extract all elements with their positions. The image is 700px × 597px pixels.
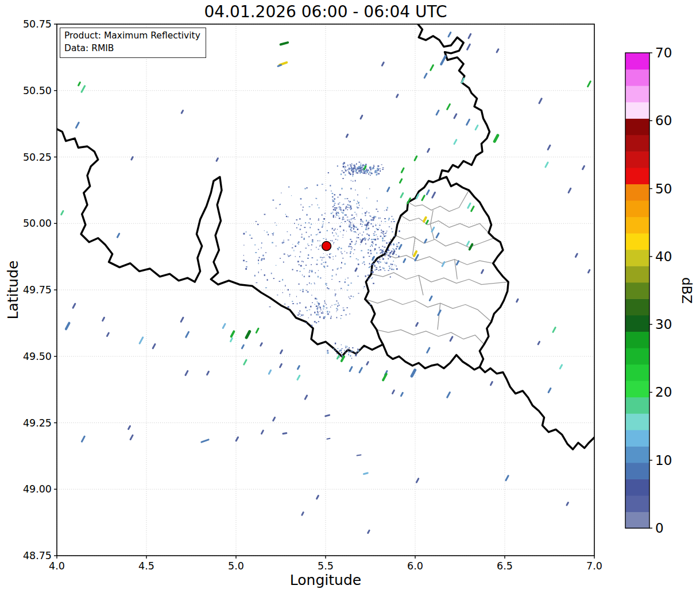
y-tick-label: 49.25 — [23, 417, 52, 429]
colorbar-segment — [625, 298, 649, 315]
colorbar-segment — [625, 381, 649, 397]
colorbar-label: dBZ — [679, 277, 694, 304]
colorbar-segment — [625, 233, 649, 250]
colorbar-segment — [625, 413, 649, 430]
radar-echo-streaks — [61, 33, 591, 533]
colorbar-segment — [625, 446, 649, 463]
national-borders — [57, 24, 594, 449]
colorbar-tick-label: 30 — [655, 317, 672, 332]
colorbar-tick-labels: 010203040506070 — [655, 45, 672, 536]
x-axis-label: Longitude — [57, 572, 594, 588]
x-tick-label: 5.5 — [318, 560, 334, 572]
colorbar-segment — [625, 511, 649, 528]
plot-title: 04.01.2026 06:00 - 06:04 UTC — [57, 2, 594, 21]
colorbar-segment — [625, 282, 649, 299]
y-tick-label: 50.75 — [23, 18, 52, 30]
colorbar-segment — [625, 184, 649, 200]
y-tick-label: 48.75 — [23, 550, 52, 561]
colorbar-tick-label: 40 — [655, 249, 672, 264]
colorbar-segment — [625, 364, 649, 381]
colorbar-segment — [625, 430, 649, 447]
colorbar-segment — [625, 53, 649, 69]
colorbar-tick-label: 70 — [655, 45, 672, 60]
x-tick-label: 4.5 — [138, 560, 154, 572]
y-tick-label: 50.00 — [23, 218, 52, 229]
radar-map-figure: 4.04.55.05.56.06.57.048.7549.0049.2549.5… — [0, 0, 700, 597]
colorbar-segment — [625, 495, 649, 512]
echo-speckle-patches — [299, 162, 400, 359]
colorbar-tick-label: 10 — [655, 453, 672, 468]
info-box: Product: Maximum Reflectivity Data: RMIB — [60, 28, 206, 58]
x-tick-label: 4.0 — [49, 560, 65, 572]
colorbar-segment — [625, 168, 649, 184]
colorbar-segment — [625, 397, 649, 414]
y-tick-label: 50.25 — [23, 152, 52, 163]
colorbar-segment — [625, 135, 649, 152]
info-product-line: Product: Maximum Reflectivity — [64, 29, 200, 42]
y-tick-label: 49.75 — [23, 284, 52, 296]
y-axis-label: Latitude — [5, 261, 21, 320]
radar-location-marker — [322, 242, 331, 251]
colorbar-segment — [625, 331, 649, 348]
colorbar-segment — [625, 69, 649, 86]
colorbar — [625, 53, 652, 529]
colorbar-segment — [625, 151, 649, 168]
axis-tick-labels: 4.04.55.05.56.06.57.048.7549.0049.2549.5… — [23, 18, 602, 572]
border-belgium-germany — [418, 24, 490, 180]
info-data-line: Data: RMIB — [64, 42, 200, 55]
radar-ground-clutter — [243, 172, 400, 323]
x-tick-label: 6.0 — [407, 560, 423, 572]
colorbar-segment — [625, 250, 649, 266]
map-plot-canvas: 4.04.55.05.56.06.57.048.7549.0049.2549.5… — [0, 0, 700, 597]
colorbar-segment — [625, 200, 649, 217]
colorbar-segment — [625, 118, 649, 135]
colorbar-tick-label: 50 — [655, 181, 672, 196]
y-tick-label: 49.50 — [23, 351, 52, 362]
colorbar-segment — [625, 479, 649, 495]
colorbar-tick-label: 60 — [655, 113, 672, 128]
colorbar-segment — [625, 463, 649, 479]
colorbar-segment — [625, 266, 649, 282]
colorbar-segment — [625, 102, 649, 119]
x-tick-label: 7.0 — [586, 560, 602, 572]
colorbar-segment — [625, 315, 649, 332]
border-luxembourg — [365, 177, 509, 370]
colorbar-segment — [625, 217, 649, 234]
grid-lines — [57, 24, 594, 556]
colorbar-segment — [625, 348, 649, 365]
y-tick-label: 49.00 — [23, 483, 52, 495]
border-france-germany — [479, 367, 594, 449]
axis-ticks — [54, 24, 594, 559]
colorbar-tick-label: 20 — [655, 385, 672, 400]
colorbar-segment — [625, 86, 649, 102]
x-tick-label: 6.5 — [497, 560, 513, 572]
x-tick-label: 5.0 — [228, 560, 244, 572]
y-tick-label: 50.50 — [23, 85, 52, 96]
colorbar-tick-label: 0 — [655, 521, 664, 536]
